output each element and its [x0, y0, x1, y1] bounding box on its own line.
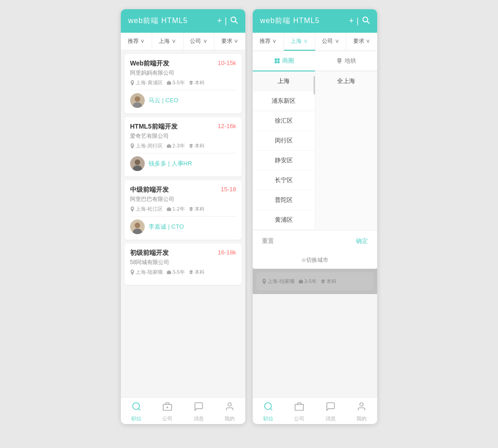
filter-recommend[interactable]: 推荐 ∨ [121, 33, 152, 50]
job-card-3-top: 中级前端开发 15-18 [130, 186, 236, 194]
job-salary-4: 16-18k [218, 249, 236, 256]
loc-putuo[interactable]: 普陀区 [253, 190, 315, 210]
avatar-3 [130, 219, 145, 234]
avatar-2 [130, 156, 145, 171]
job-card-3[interactable]: 中级前端开发 15-18 阿里巴巴有限公司 上海-松江区 1-2年 本科 [125, 180, 242, 240]
switch-city-button[interactable]: ⊙切换城市 [253, 252, 377, 269]
right-nav-company[interactable]: 公司 [284, 401, 315, 422]
job-edu-2: 本科 [189, 142, 205, 149]
tab-metro-label: 地铁 [344, 57, 356, 65]
job-card-4-top: 初级前端开发 16-18k [130, 249, 236, 257]
svg-point-19 [228, 403, 231, 406]
profile-icon [225, 401, 235, 414]
location-actions: 重置 确定 [253, 230, 377, 252]
job-exp-2: 2-3年 [166, 142, 185, 149]
job-tags-4: 上海-陆家嘴 3-5年 本科 [130, 269, 236, 276]
svg-line-21 [367, 21, 369, 23]
filter-company[interactable]: 公司 ∨ [184, 33, 215, 50]
scroll-thumb [314, 76, 315, 94]
right-add-icon[interactable]: + [349, 16, 354, 26]
filter-city[interactable]: 上海 ∨ [152, 33, 184, 50]
job-location-1: 上海-黄浦区 [130, 79, 163, 86]
right-nav-company-label: 公司 [294, 415, 304, 422]
right-nav-jobs[interactable]: 职位 [253, 401, 284, 422]
filter-requirements[interactable]: 要求 ∨ [214, 33, 245, 50]
svg-point-8 [135, 159, 140, 165]
loc-huangpu[interactable]: 黄浦区 [253, 210, 315, 230]
job-edu-4: 本科 [189, 269, 205, 276]
right-nav-messages[interactable]: 消息 [315, 401, 346, 422]
job-card-2-top: HTML5前端开发 12-16k [130, 123, 236, 131]
svg-rect-6 [167, 145, 171, 147]
svg-rect-2 [167, 82, 171, 84]
nav-company[interactable]: 公司 [152, 401, 184, 422]
location-left-col: 上海 浦东新区 徐汇区 闵行区 静安区 长宁区 普陀区 黄浦区 [253, 71, 315, 230]
divider-icon: | [225, 16, 227, 26]
add-icon[interactable]: + [217, 16, 222, 26]
job-card-1[interactable]: Web前端开发 10-15k 阿里妈妈有限公司 上海-黄浦区 3-5年 本科 [125, 54, 242, 113]
loc-xuhui[interactable]: 徐汇区 [253, 111, 315, 131]
tab-metro[interactable]: 地铁 [315, 51, 377, 71]
right-messages-icon [326, 401, 336, 414]
divider-2 [130, 153, 236, 153]
scroll-track [314, 71, 315, 230]
loc-all-shanghai[interactable]: 全上海 [315, 71, 378, 91]
right-nav-profile[interactable]: 我的 [346, 401, 378, 422]
job-edu-1: 本科 [189, 79, 205, 86]
right-filter-requirements[interactable]: 要求 ∨ [346, 33, 377, 51]
job-card-1-top: Web前端开发 10-15k [130, 59, 236, 68]
loc-jingan[interactable]: 静安区 [253, 151, 315, 171]
svg-rect-22 [274, 59, 277, 61]
job-company-2: 爱奇艺有限公司 [130, 132, 236, 140]
search-icon[interactable] [230, 16, 238, 26]
right-header: web前端 HTML5 + | [253, 9, 377, 33]
location-dropdown: 商圈 地铁 上海 浦东新区 徐汇区 闵行区 静安区 长宁区 普陀区 黄浦区 全 [253, 51, 377, 269]
job-title-4: 初级前端开发 [130, 249, 169, 257]
right-company-icon [294, 401, 304, 414]
recruiter-row-2: 钱多多 | 人事HR [130, 156, 236, 171]
left-phone: web前端 HTML5 + | 推荐 ∨ 上海 ∨ 公司 ∨ 要求 ∨ Web前… [121, 9, 245, 424]
job-title-1: Web前端开发 [130, 59, 169, 68]
right-profile-icon [356, 401, 367, 414]
job-company-3: 阿里巴巴有限公司 [130, 195, 236, 203]
right-search-icon[interactable] [362, 16, 370, 26]
tab-shangquan[interactable]: 商圈 [253, 51, 315, 71]
right-filter-company[interactable]: 公司 ∨ [315, 33, 347, 51]
svg-rect-24 [274, 61, 277, 64]
right-phone: web前端 HTML5 + | 推荐 ∨ 上海 ∨ 公司 ∨ 要求 ∨ 商圈 [253, 9, 377, 424]
job-exp-4: 3-5年 [166, 269, 185, 276]
svg-point-28 [265, 403, 272, 410]
right-nav-profile-label: 我的 [356, 415, 367, 422]
left-app-title: web前端 HTML5 [128, 16, 188, 26]
right-header-icons: + | [349, 16, 370, 26]
right-filter-city[interactable]: 上海 ∨ [284, 33, 315, 51]
loc-minhang[interactable]: 闵行区 [253, 131, 315, 151]
svg-point-30 [360, 403, 363, 406]
loc-changning[interactable]: 长宁区 [253, 171, 315, 190]
job-company-1: 阿里妈妈有限公司 [130, 69, 236, 77]
job-tags-1: 上海-黄浦区 3-5年 本科 [130, 79, 236, 86]
loc-shanghai[interactable]: 上海 [253, 71, 315, 91]
job-exp-1: 3-5年 [166, 79, 185, 86]
nav-jobs[interactable]: 职位 [121, 401, 152, 422]
right-bottom-nav: 职位 公司 消息 [253, 397, 377, 424]
nav-messages[interactable]: 消息 [183, 401, 214, 422]
nav-profile[interactable]: 我的 [214, 401, 246, 422]
reset-button[interactable]: 重置 [262, 237, 274, 245]
confirm-button[interactable]: 确定 [356, 237, 368, 245]
divider-3 [130, 216, 236, 217]
tab-shangquan-label: 商圈 [282, 57, 294, 65]
recruiter-row-3: 李嘉诚 | CTO [130, 219, 236, 234]
avatar-1 [130, 93, 145, 108]
left-header-icons: + | [217, 16, 238, 26]
loc-pudong[interactable]: 浦东新区 [253, 91, 315, 111]
job-edu-3: 本科 [189, 206, 205, 212]
job-location-3: 上海-松江区 [130, 206, 163, 212]
right-filter-recommend[interactable]: 推荐 ∨ [253, 33, 284, 51]
job-salary-3: 15-18 [221, 186, 236, 193]
job-card-2[interactable]: HTML5前端开发 12-16k 爱奇艺有限公司 上海-闵行区 2-3年 本科 [125, 117, 242, 177]
svg-rect-14 [167, 271, 171, 274]
dimmed-edu: 本科 [320, 278, 337, 285]
job-title-3: 中级前端开发 [130, 186, 169, 194]
job-card-4[interactable]: 初级前端开发 16-18k 58同城有限公司 上海-陆家嘴 3-5年 本科 [125, 243, 242, 285]
